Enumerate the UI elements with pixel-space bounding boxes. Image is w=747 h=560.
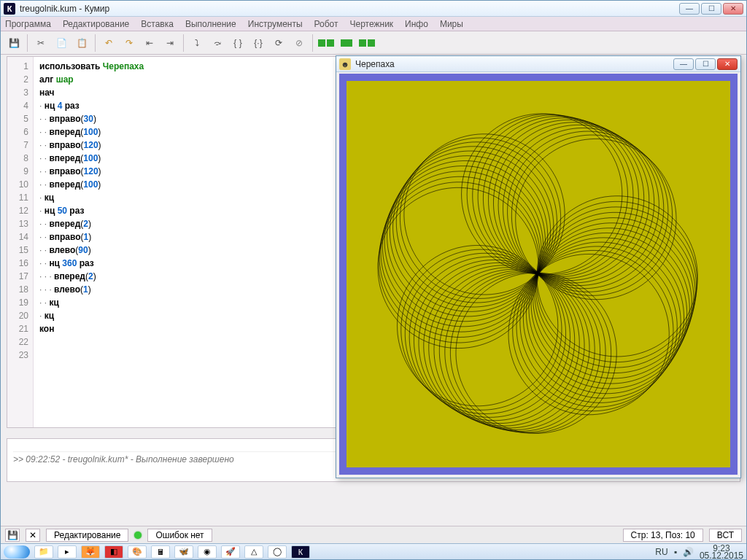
- tray-flag-icon: ▪: [674, 547, 677, 557]
- save-icon[interactable]: 💾: [5, 34, 23, 52]
- task-chrome-icon[interactable]: ◯: [268, 545, 287, 559]
- app-icon: К: [4, 3, 15, 15]
- task-kumir-icon[interactable]: К: [291, 545, 310, 559]
- turtle-close-button[interactable]: ✕: [717, 58, 738, 70]
- paste-icon[interactable]: 📋: [73, 34, 90, 52]
- status-save-icon[interactable]: 💾: [5, 529, 20, 542]
- grid1-icon[interactable]: [317, 34, 335, 52]
- tray-vol-icon[interactable]: 🔊: [683, 547, 694, 557]
- redo-icon[interactable]: ↷: [120, 34, 138, 52]
- menu-инфо[interactable]: Инфо: [405, 19, 428, 29]
- system-tray[interactable]: RU ▪ 🔊 9:23 05.12.2015: [655, 545, 743, 559]
- status-led-icon: [134, 532, 142, 539]
- task-media-icon[interactable]: ▸: [58, 545, 77, 559]
- start-button[interactable]: [4, 545, 30, 559]
- maximize-button[interactable]: ☐: [701, 3, 721, 15]
- menu-выполнение[interactable]: Выполнение: [185, 19, 236, 29]
- run-icon[interactable]: ⟳: [270, 34, 287, 52]
- status-position: Стр: 13, Поз: 10: [623, 529, 703, 542]
- menu-редактирование[interactable]: Редактирование: [63, 19, 129, 29]
- step-into-icon[interactable]: ⤵: [188, 34, 206, 52]
- task-calc-icon[interactable]: 🖩: [151, 545, 170, 559]
- toolbar: 💾 ✂ 📄 📋 ↶ ↷ ⇤ ⇥ ⤵ ⤼ { } {·} ⟳ ⊘: [1, 31, 746, 55]
- status-insert: ВСТ: [709, 529, 742, 542]
- turtle-max-button[interactable]: ☐: [695, 58, 716, 70]
- task-explorer-icon[interactable]: 📁: [34, 545, 53, 559]
- grid3-icon[interactable]: [358, 34, 376, 52]
- turtle-window[interactable]: ☻ Черепаха — ☐ ✕: [336, 55, 741, 478]
- copy-icon[interactable]: 📄: [53, 34, 70, 52]
- task-disc-icon[interactable]: ◉: [198, 545, 217, 559]
- task-firefox-icon[interactable]: 🦊: [81, 545, 100, 559]
- tray-lang[interactable]: RU: [655, 547, 667, 557]
- braces-icon[interactable]: { }: [229, 34, 247, 52]
- statusbar: 💾 ✕ Редактирование Ошибок нет Стр: 13, П…: [1, 526, 746, 543]
- status-errors: Ошибок нет: [147, 529, 212, 542]
- menu-программа[interactable]: Программа: [5, 19, 51, 29]
- close-button[interactable]: ✕: [723, 3, 743, 15]
- turtle-min-button[interactable]: —: [673, 58, 694, 70]
- braces2-icon[interactable]: {·}: [249, 34, 267, 52]
- tray-date[interactable]: 05.12.2015: [700, 552, 743, 559]
- menu-миры[interactable]: Миры: [440, 19, 463, 29]
- step-over-icon[interactable]: ⤼: [209, 34, 226, 52]
- cut-icon[interactable]: ✂: [32, 34, 50, 52]
- main-titlebar[interactable]: К treugolnik.kum - Кумир — ☐ ✕: [1, 1, 746, 17]
- taskbar[interactable]: 📁 ▸ 🦊 ◧ 🎨 🖩 🦋 ◉ 🚀 △ ◯ К RU ▪ 🔊 9:23 05.1…: [1, 543, 746, 559]
- undo-icon[interactable]: ↶: [100, 34, 117, 52]
- menubar: ПрограммаРедактированиеВставкаВыполнение…: [1, 17, 746, 31]
- line-gutter: 1234567891011121314151617181920212223: [7, 57, 34, 427]
- grid2-icon[interactable]: [338, 34, 355, 52]
- turtle-canvas: [347, 81, 730, 467]
- window-title: treugolnik.kum - Кумир: [20, 4, 109, 14]
- menu-чертежник[interactable]: Чертежник: [350, 19, 394, 29]
- menu-вставка[interactable]: Вставка: [141, 19, 174, 29]
- console-line: >> 09:22:52 - treugolnik.kum* - Выполнен…: [13, 454, 234, 464]
- menu-инструменты[interactable]: Инструменты: [248, 19, 303, 29]
- task-tri-icon[interactable]: △: [244, 545, 263, 559]
- task-rocket-icon[interactable]: 🚀: [221, 545, 240, 559]
- stop-icon[interactable]: ⊘: [290, 34, 308, 52]
- status-stop-icon[interactable]: ✕: [26, 529, 40, 542]
- status-mode: Редактирование: [46, 529, 128, 542]
- indent-icon[interactable]: ⇥: [161, 34, 179, 52]
- task-app1-icon[interactable]: ◧: [104, 545, 123, 559]
- turtle-canvas-frame: [339, 74, 738, 475]
- turtle-titlebar[interactable]: ☻ Черепаха — ☐ ✕: [336, 56, 740, 72]
- turtle-icon: ☻: [339, 58, 351, 70]
- outdent-icon[interactable]: ⇤: [141, 34, 158, 52]
- task-butterfly-icon[interactable]: 🦋: [174, 545, 193, 559]
- task-paint-icon[interactable]: 🎨: [128, 545, 147, 559]
- minimize-button[interactable]: —: [679, 3, 700, 15]
- menu-робот[interactable]: Робот: [314, 19, 338, 29]
- turtle-title: Черепаха: [355, 59, 395, 69]
- turtle-drawing: [347, 81, 730, 467]
